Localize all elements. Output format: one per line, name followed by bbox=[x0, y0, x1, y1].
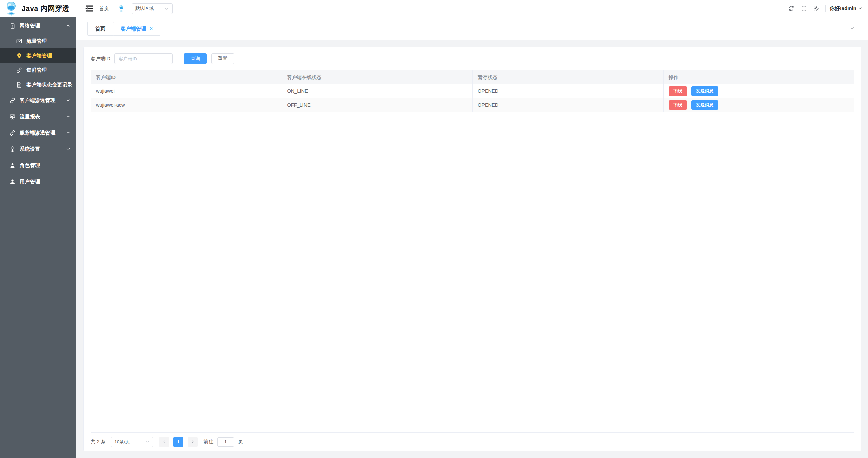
offline-button[interactable]: 下线 bbox=[669, 86, 687, 96]
greeting-label: 你好!admin bbox=[830, 5, 856, 12]
goto-label: 前往 bbox=[203, 439, 213, 445]
chart-icon bbox=[16, 38, 22, 44]
sidebar-item-label: 流量管理 bbox=[26, 38, 47, 44]
sidebar-collapse-icon[interactable] bbox=[85, 4, 94, 13]
pin-icon bbox=[16, 53, 22, 59]
client-id-input[interactable] bbox=[114, 53, 173, 64]
tab-options-chevron-icon[interactable] bbox=[850, 26, 855, 31]
chevron-down-icon bbox=[66, 130, 71, 135]
mini-logo-icon bbox=[118, 5, 125, 12]
chevron-down-icon bbox=[66, 98, 71, 103]
next-page-button[interactable] bbox=[188, 437, 198, 447]
refresh-icon[interactable] bbox=[788, 5, 795, 12]
sidebar-item-system-settings[interactable]: 系统设置 bbox=[0, 141, 76, 157]
app-screen: Java 内网穿透 网络管理 流量管理 bbox=[0, 0, 868, 458]
page-unit-label: 页 bbox=[238, 439, 243, 445]
document-icon bbox=[9, 23, 16, 29]
online-status-cell: OFF_LINE bbox=[282, 98, 473, 112]
chevron-down-icon bbox=[858, 6, 863, 11]
logo-bar: Java 内网穿透 bbox=[0, 0, 76, 17]
pagination: 共 2 条 10条/页 1 前往 页 bbox=[91, 433, 854, 451]
goto-page-input[interactable] bbox=[217, 437, 234, 447]
mic-icon bbox=[9, 146, 16, 152]
link-icon bbox=[9, 97, 16, 104]
prev-page-button[interactable] bbox=[159, 437, 169, 447]
sidebar-item-network-management[interactable]: 网络管理 bbox=[0, 18, 76, 34]
table-empty-area bbox=[91, 112, 854, 432]
page-size-value: 10条/页 bbox=[114, 439, 145, 445]
app-logo-icon bbox=[4, 1, 18, 16]
region-select-value: 默认区域 bbox=[135, 5, 164, 12]
header-divider bbox=[825, 5, 826, 12]
stash-status-cell: OPENED bbox=[472, 84, 663, 98]
sidebar-item-label: 集群管理 bbox=[26, 67, 47, 74]
sidebar-item-label: 客户端渗透管理 bbox=[20, 97, 55, 104]
sidebar-item-traffic-management[interactable]: 流量管理 bbox=[0, 34, 76, 48]
page-number-button[interactable]: 1 bbox=[173, 437, 183, 447]
chevron-right-icon bbox=[191, 440, 195, 444]
content-card: 客户端ID 查询 重置 客户端ID 客户端在线状态 暂存状态 操作 wujiaw… bbox=[83, 47, 861, 451]
table-header-row: 客户端ID 客户端在线状态 暂存状态 操作 bbox=[91, 70, 854, 84]
chevron-down-icon bbox=[66, 147, 71, 151]
main-content: 客户端ID 查询 重置 客户端ID 客户端在线状态 暂存状态 操作 wujiaw… bbox=[76, 40, 868, 458]
tab-home[interactable]: 首页 bbox=[87, 22, 113, 36]
sidebar-item-user-management[interactable]: 用户管理 bbox=[0, 173, 76, 190]
sidebar-item-cluster-management[interactable]: 集群管理 bbox=[0, 63, 76, 78]
tab-bar: 首页 客户端管理 × bbox=[76, 17, 868, 40]
sidebar-item-server-penetration[interactable]: 服务端渗透管理 bbox=[0, 125, 76, 141]
app-title: Java 内网穿透 bbox=[22, 4, 70, 13]
tab-label: 客户端管理 bbox=[121, 26, 146, 32]
column-header: 操作 bbox=[663, 70, 854, 84]
reset-button[interactable]: 重置 bbox=[211, 53, 234, 64]
fullscreen-icon[interactable] bbox=[801, 5, 807, 12]
sidebar-menu: 网络管理 流量管理 客户端管理 bbox=[0, 17, 76, 190]
sidebar-item-label: 用户管理 bbox=[20, 179, 40, 185]
sidebar-item-label: 系统设置 bbox=[20, 146, 40, 152]
sidebar-item-label: 角色管理 bbox=[20, 162, 40, 169]
top-header: 首页 默认区域 你好!admin bbox=[76, 0, 868, 17]
tabs: 首页 客户端管理 × bbox=[87, 22, 160, 36]
search-field-label: 客户端ID bbox=[91, 56, 110, 62]
online-status-cell: ON_LINE bbox=[282, 84, 473, 98]
chevron-down-icon bbox=[164, 6, 169, 11]
sidebar-item-client-management[interactable]: 客户端管理 bbox=[0, 48, 76, 63]
clients-table: 客户端ID 客户端在线状态 暂存状态 操作 wujiawei ON_LINE O… bbox=[91, 70, 854, 433]
column-header: 客户端ID bbox=[91, 70, 282, 84]
sidebar: Java 内网穿透 网络管理 流量管理 bbox=[0, 0, 76, 458]
sidebar-item-label: 流量报表 bbox=[20, 113, 40, 120]
breadcrumb[interactable]: 首页 bbox=[99, 5, 109, 12]
column-header: 客户端在线状态 bbox=[282, 70, 473, 84]
column-header: 暂存状态 bbox=[472, 70, 663, 84]
region-select[interactable]: 默认区域 bbox=[132, 3, 173, 14]
page-size-select[interactable]: 10条/页 bbox=[111, 437, 153, 447]
sidebar-item-label: 网络管理 bbox=[20, 23, 40, 29]
user-menu[interactable]: 你好!admin bbox=[830, 5, 863, 12]
user-icon bbox=[9, 162, 16, 169]
chevron-down-icon bbox=[66, 114, 71, 119]
send-message-button[interactable]: 发送消息 bbox=[691, 86, 718, 96]
header-right: 你好!admin bbox=[782, 5, 868, 12]
theme-settings-icon[interactable] bbox=[813, 5, 820, 12]
table-row: wujiawei ON_LINE OPENED 下线 发送消息 bbox=[91, 84, 854, 98]
chevron-down-icon bbox=[145, 440, 150, 444]
chevron-up-icon bbox=[66, 23, 71, 28]
search-form: 客户端ID 查询 重置 bbox=[91, 53, 854, 64]
query-button[interactable]: 查询 bbox=[184, 53, 207, 64]
tab-client-management[interactable]: 客户端管理 × bbox=[113, 22, 160, 36]
sidebar-item-role-management[interactable]: 角色管理 bbox=[0, 157, 76, 173]
tab-label: 首页 bbox=[95, 26, 105, 32]
stash-status-cell: OPENED bbox=[472, 98, 663, 112]
user-solid-icon bbox=[9, 179, 16, 185]
offline-button[interactable]: 下线 bbox=[669, 100, 687, 110]
chevron-left-icon bbox=[162, 440, 166, 444]
send-message-button[interactable]: 发送消息 bbox=[691, 100, 718, 110]
client-id-cell: wujiawei bbox=[91, 84, 282, 98]
sidebar-item-traffic-report[interactable]: 流量报表 bbox=[0, 108, 76, 125]
close-icon[interactable]: × bbox=[150, 26, 153, 32]
sidebar-item-client-status-log[interactable]: 客户端状态变更记录 bbox=[0, 78, 76, 92]
table-row: wujiawei-acw OFF_LINE OPENED 下线 发送消息 bbox=[91, 98, 854, 112]
document-icon bbox=[16, 82, 22, 88]
sidebar-item-label: 服务端渗透管理 bbox=[20, 130, 55, 136]
sidebar-item-client-penetration[interactable]: 客户端渗透管理 bbox=[0, 92, 76, 108]
actions-cell: 下线 发送消息 bbox=[663, 98, 854, 112]
